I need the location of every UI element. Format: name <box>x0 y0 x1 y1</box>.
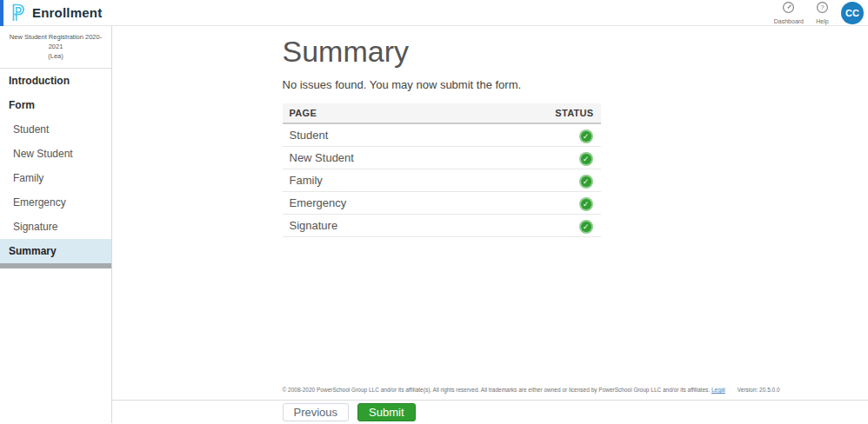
sidebar-item-family[interactable]: Family <box>0 166 111 190</box>
dashboard-button[interactable]: Dashboard <box>774 1 804 24</box>
action-bar: Previous Submit <box>112 400 868 423</box>
header-nav: Dashboard ? Help CC <box>774 1 868 24</box>
table-row: Student✓ <box>283 123 601 147</box>
legal-footer: © 2008-2020 PowerSchool Group LLC and/or… <box>283 387 698 393</box>
status-complete-icon: ✓ <box>581 154 591 164</box>
form-title-line2: (Lea) <box>5 51 106 61</box>
main-area: Summary No issues found. You may now sub… <box>112 26 868 423</box>
svg-text:?: ? <box>820 3 825 11</box>
form-title: New Student Registration 2020-2021 (Lea) <box>0 26 111 69</box>
version-text: Version: 20.5.0.0 <box>738 387 780 393</box>
column-header-status: STATUS <box>473 103 600 123</box>
status-complete-icon: ✓ <box>581 199 591 209</box>
table-row: Family✓ <box>283 169 601 192</box>
dashboard-gauge-icon <box>782 1 795 17</box>
page-cell: Family <box>283 169 474 192</box>
user-avatar[interactable]: CC <box>841 2 864 24</box>
app-title: Enrollment <box>32 5 102 20</box>
sidebar-nav: IntroductionFormStudentNew StudentFamily… <box>0 69 111 268</box>
table-row: New Student✓ <box>283 147 601 169</box>
status-complete-icon: ✓ <box>581 131 591 142</box>
sidebar-active-indicator <box>0 263 111 268</box>
page-cell: Student <box>283 123 474 147</box>
status-cell: ✓ <box>473 192 600 215</box>
sidebar-item-emergency[interactable]: Emergency <box>0 190 111 215</box>
page-title: Summary <box>283 33 698 70</box>
left-edge-accent <box>0 0 3 26</box>
sidebar: New Student Registration 2020-2021 (Lea)… <box>0 26 112 423</box>
page-cell: Signature <box>283 215 474 237</box>
legal-link[interactable]: Legal <box>711 387 725 393</box>
status-complete-icon: ✓ <box>581 176 591 187</box>
table-header-row: PAGE STATUS <box>283 103 601 123</box>
sidebar-item-new-student[interactable]: New Student <box>0 142 111 166</box>
status-cell: ✓ <box>473 215 600 237</box>
sidebar-item-introduction[interactable]: Introduction <box>0 69 111 93</box>
help-label: Help <box>816 18 828 24</box>
status-complete-icon: ✓ <box>581 222 591 232</box>
submit-button[interactable]: Submit <box>357 403 415 421</box>
page-cell: Emergency <box>283 192 474 215</box>
previous-button[interactable]: Previous <box>283 403 350 421</box>
summary-message: No issues found. You may now submit the … <box>283 78 698 91</box>
sidebar-item-form[interactable]: Form <box>0 93 111 117</box>
status-cell: ✓ <box>473 147 600 169</box>
column-header-page: PAGE <box>283 103 474 123</box>
powerschool-logo-icon <box>10 3 25 22</box>
form-title-line1: New Student Registration 2020-2021 <box>5 32 106 51</box>
dashboard-label: Dashboard <box>774 18 804 24</box>
page-cell: New Student <box>283 147 474 169</box>
sidebar-item-signature[interactable]: Signature <box>0 215 111 239</box>
top-header: Enrollment Dashboard ? Help CC <box>0 0 868 26</box>
help-question-icon: ? <box>816 1 829 17</box>
sidebar-item-summary[interactable]: Summary <box>0 239 111 263</box>
status-cell: ✓ <box>473 169 600 192</box>
help-button[interactable]: ? Help <box>816 1 829 24</box>
table-row: Emergency✓ <box>283 192 601 215</box>
copyright-text: © 2008-2020 PowerSchool Group LLC and/or… <box>283 387 711 393</box>
table-row: Signature✓ <box>283 215 601 237</box>
summary-table: PAGE STATUS Student✓New Student✓Family✓E… <box>283 103 601 237</box>
status-cell: ✓ <box>473 123 600 147</box>
sidebar-item-student[interactable]: Student <box>0 117 111 142</box>
